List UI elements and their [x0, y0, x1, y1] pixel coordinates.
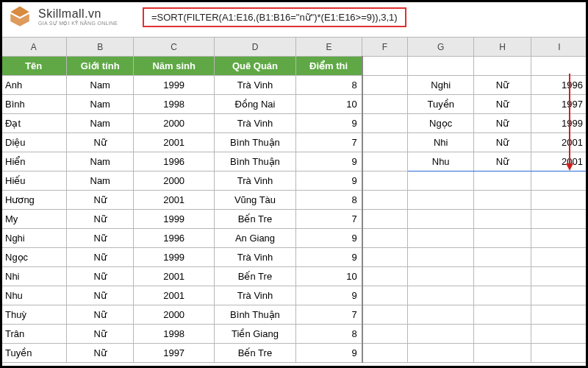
cell-quequan[interactable]: An Giang: [215, 229, 295, 248]
cell-quequan[interactable]: Trà Vinh: [215, 248, 295, 267]
result-gender[interactable]: Nữ: [474, 76, 531, 95]
col-header-C[interactable]: C: [133, 38, 214, 57]
cell[interactable]: [362, 152, 408, 171]
cell[interactable]: [362, 191, 408, 210]
cell-ten[interactable]: Bình: [1, 95, 67, 114]
cell-ten[interactable]: Hương: [1, 191, 67, 210]
result-gender[interactable]: Nữ: [474, 152, 531, 171]
result-year[interactable]: 1996: [531, 76, 587, 95]
cell[interactable]: [474, 191, 531, 210]
col-header-G[interactable]: G: [407, 38, 473, 57]
cell[interactable]: [362, 210, 408, 229]
cell-ten[interactable]: Nhu: [1, 286, 67, 305]
cell-quequan[interactable]: Vũng Tàu: [215, 191, 295, 210]
cell-quequan[interactable]: Trà Vinh: [215, 171, 295, 191]
cell-gioitinh[interactable]: Nữ: [67, 267, 133, 286]
cell[interactable]: [362, 57, 408, 76]
header-ten[interactable]: Tên: [1, 57, 67, 76]
cell[interactable]: [407, 344, 473, 363]
col-header-D[interactable]: D: [215, 38, 295, 57]
cell-gioitinh[interactable]: Nữ: [67, 286, 133, 305]
cell[interactable]: [531, 57, 587, 76]
result-name[interactable]: Nghi: [407, 76, 473, 95]
result-name[interactable]: Nhi: [407, 133, 473, 152]
cell-gioitinh[interactable]: Nam: [67, 152, 133, 171]
cell[interactable]: [474, 248, 531, 267]
column-header-row[interactable]: A B C D E F G H I: [1, 38, 588, 57]
cell-gioitinh[interactable]: Nữ: [67, 133, 133, 152]
table-row[interactable]: HiếuNam2000Trà Vinh9: [1, 171, 588, 191]
cell-namsinh[interactable]: 1996: [133, 229, 214, 248]
cell-namsinh[interactable]: 1999: [133, 76, 214, 95]
result-year[interactable]: 1997: [531, 95, 587, 114]
cell-quequan[interactable]: Trà Vinh: [215, 114, 295, 133]
cell-quequan[interactable]: Bình Thuận: [215, 152, 295, 171]
cell-diemthi[interactable]: 9: [295, 152, 362, 171]
cell-ten[interactable]: Anh: [1, 76, 67, 95]
cell[interactable]: [531, 325, 587, 344]
result-name[interactable]: Ngọc: [407, 114, 473, 133]
cell-gioitinh[interactable]: Nữ: [67, 191, 133, 210]
cell-namsinh[interactable]: 2001: [133, 286, 214, 305]
cell[interactable]: [362, 76, 408, 95]
col-header-H[interactable]: H: [474, 38, 531, 57]
cell[interactable]: [362, 344, 408, 363]
cell-diemthi[interactable]: 9: [295, 286, 362, 305]
cell[interactable]: [362, 248, 408, 267]
cell-diemthi[interactable]: 8: [295, 325, 362, 344]
table-row[interactable]: DiệuNữ2001Bình Thuận7NhiNữ2001: [1, 133, 588, 152]
cell-namsinh[interactable]: 2000: [133, 305, 214, 325]
result-name[interactable]: Tuyền: [407, 95, 473, 114]
cell[interactable]: [474, 267, 531, 286]
cell-namsinh[interactable]: 1996: [133, 152, 214, 171]
cell-ten[interactable]: Đạt: [1, 114, 67, 133]
cell-namsinh[interactable]: 1997: [133, 344, 214, 363]
cell[interactable]: [362, 133, 408, 152]
cell[interactable]: [531, 229, 587, 248]
cell[interactable]: [407, 191, 473, 210]
cell-diemthi[interactable]: 9: [295, 344, 362, 363]
cell[interactable]: [474, 344, 531, 363]
cell[interactable]: [531, 171, 587, 191]
cell-diemthi[interactable]: 9: [295, 171, 362, 191]
table-row[interactable]: TuyềnNữ1997Bến Tre9: [1, 344, 588, 363]
cell-namsinh[interactable]: 1999: [133, 248, 214, 267]
result-year[interactable]: 2001: [531, 133, 587, 152]
cell[interactable]: [407, 57, 473, 76]
cell-diemthi[interactable]: 8: [295, 76, 362, 95]
cell[interactable]: [362, 286, 408, 305]
cell-ten[interactable]: My: [1, 210, 67, 229]
cell[interactable]: [474, 171, 531, 191]
cell[interactable]: [474, 286, 531, 305]
cell[interactable]: [407, 286, 473, 305]
cell-namsinh[interactable]: 2001: [133, 191, 214, 210]
result-year[interactable]: 2001: [531, 152, 587, 171]
col-header-E[interactable]: E: [295, 38, 362, 57]
table-row[interactable]: NhiNữ2001Bến Tre10: [1, 267, 588, 286]
cell-quequan[interactable]: Đồng Nai: [215, 95, 295, 114]
result-name[interactable]: Nhu: [407, 152, 473, 171]
result-gender[interactable]: Nữ: [474, 95, 531, 114]
cell[interactable]: [531, 286, 587, 305]
cell-quequan[interactable]: Tiền Giang: [215, 325, 295, 344]
cell[interactable]: [362, 229, 408, 248]
cell-ten[interactable]: Nhi: [1, 267, 67, 286]
cell-gioitinh[interactable]: Nữ: [67, 248, 133, 267]
cell[interactable]: [531, 191, 587, 210]
cell[interactable]: [362, 305, 408, 325]
cell[interactable]: [531, 344, 587, 363]
cell-diemthi[interactable]: 10: [295, 95, 362, 114]
table-row[interactable]: AnhNam1999Trà Vinh8NghiNữ1996: [1, 76, 588, 95]
col-header-F[interactable]: F: [362, 38, 408, 57]
cell-gioitinh[interactable]: Nữ: [67, 210, 133, 229]
cell-quequan[interactable]: Trà Vinh: [215, 76, 295, 95]
table-row[interactable]: NgọcNữ1999Trà Vinh9: [1, 248, 588, 267]
cell[interactable]: [407, 210, 473, 229]
cell[interactable]: [362, 267, 408, 286]
cell[interactable]: [407, 325, 473, 344]
cell-ten[interactable]: Hiển: [1, 152, 67, 171]
cell-ten[interactable]: Ngọc: [1, 248, 67, 267]
table-row[interactable]: HiểnNam1996Bình Thuận9NhuNữ2001: [1, 152, 588, 171]
result-gender[interactable]: Nữ: [474, 133, 531, 152]
cell[interactable]: [362, 325, 408, 344]
